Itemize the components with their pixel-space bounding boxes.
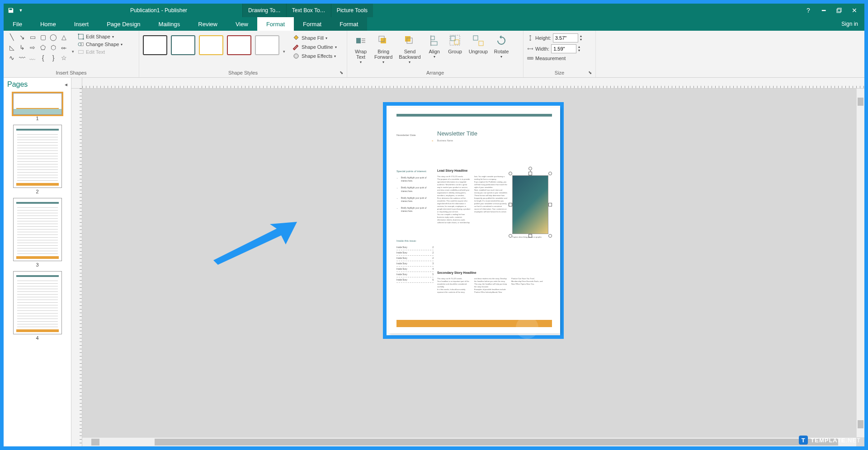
shape-scribble[interactable]: ﹏ <box>28 53 37 62</box>
restore-icon[interactable] <box>835 7 843 14</box>
shape-arrow-right[interactable]: ⇨ <box>28 43 37 52</box>
special-points-heading[interactable]: Special points of interest: <box>396 170 427 173</box>
lead-story-col1[interactable]: This story can fit 175-225 words. The pu… <box>437 175 471 224</box>
image-caption[interactable]: Caption describing picture or graphic. <box>512 236 548 238</box>
page-thumb-1[interactable]: 1 <box>8 93 66 121</box>
secondary-col3[interactable]: Product Can Save You Time!, Membership D… <box>511 277 545 286</box>
gallery-more-icon[interactable]: ▾ <box>72 49 74 54</box>
shape-connector[interactable]: ↳ <box>18 43 27 52</box>
style-swatch-5[interactable] <box>255 35 279 55</box>
secondary-headline[interactable]: Secondary Story Headline <box>437 271 476 274</box>
sign-in-link[interactable]: Sign in <box>841 17 864 31</box>
tab-format-textbox[interactable]: Format <box>294 17 330 31</box>
edit-shape-button[interactable]: Edit Shape ▾ <box>78 33 123 40</box>
tab-home[interactable]: Home <box>31 17 65 31</box>
shape-rtriangle[interactable]: ◺ <box>7 43 16 52</box>
shape-freeform[interactable]: ∿ <box>7 53 16 62</box>
style-swatch-1[interactable] <box>143 35 167 55</box>
measurement-button[interactable]: Measurement <box>527 55 582 61</box>
shape-brace2[interactable]: } <box>49 53 58 62</box>
wrap-text-button[interactable]: Wrap Text▾ <box>351 33 371 66</box>
align-button[interactable]: Align▾ <box>425 33 444 60</box>
shape-styles-launcher-icon[interactable]: ⬊ <box>340 70 346 76</box>
shape-roundrect[interactable]: ▢ <box>38 33 47 42</box>
change-shape-button[interactable]: Change Shape ▾ <box>78 41 123 47</box>
handle-tr[interactable] <box>548 172 552 175</box>
rotate-handle[interactable] <box>528 167 532 170</box>
tab-insert[interactable]: Insert <box>65 17 98 31</box>
newsletter-title[interactable]: Newsletter Title <box>437 130 477 137</box>
shape-effects-button[interactable]: Shape Effects ▾ <box>292 52 337 60</box>
style-swatch-4[interactable] <box>227 35 251 55</box>
close-icon[interactable]: ✕ <box>851 7 858 14</box>
business-name[interactable]: Business Name <box>437 139 453 142</box>
handle-bl[interactable] <box>509 234 512 238</box>
edit-text-button[interactable]: Edit Text <box>78 49 123 55</box>
horizontal-ruler[interactable] <box>82 78 864 89</box>
style-gallery[interactable] <box>143 33 279 55</box>
shape-fill-button[interactable]: Shape Fill ▾ <box>292 34 337 42</box>
secondary-col1[interactable]: This story can fit 75-125 words. Your he… <box>437 277 471 294</box>
shape-callout[interactable]: ⬰ <box>59 43 68 52</box>
collapse-pages-icon[interactable]: ◂ <box>65 81 67 88</box>
shape-rect[interactable]: ▭ <box>28 33 37 42</box>
shape-triangle[interactable]: △ <box>59 33 68 42</box>
tab-format-drawing[interactable]: Format <box>257 17 294 31</box>
tab-format-picture[interactable]: Format <box>330 17 367 31</box>
tab-mailings[interactable]: Mailings <box>150 17 189 31</box>
shape-star[interactable]: ☆ <box>59 53 68 62</box>
handle-mr[interactable] <box>548 203 552 206</box>
group-button[interactable]: Group <box>445 33 465 55</box>
vertical-ruler[interactable] <box>71 89 82 446</box>
lead-story-headline[interactable]: Lead Story Headline <box>437 169 467 172</box>
thumbnail-strip[interactable]: 1 2 3 4 <box>4 91 71 446</box>
inside-issue-heading[interactable]: Inside this issue: <box>396 239 416 242</box>
inside-issue-table[interactable]: Inside Story2 Inside Story2 Inside Story… <box>396 245 434 283</box>
shape-outline-button[interactable]: Shape Outline ▾ <box>292 43 337 51</box>
tab-page-design[interactable]: Page Design <box>98 17 149 31</box>
chevron-down-icon[interactable]: ▼ <box>17 7 24 14</box>
size-launcher-icon[interactable]: ⬊ <box>588 70 594 76</box>
minimize-icon[interactable]: ━ <box>820 7 827 14</box>
secondary-col2[interactable]: and draw readers into the story. Develop… <box>474 277 508 294</box>
style-gallery-more-icon[interactable]: ▾ <box>283 49 285 54</box>
shape-line[interactable]: ╲ <box>7 33 16 42</box>
width-input[interactable] <box>551 44 576 53</box>
save-icon[interactable] <box>7 7 14 14</box>
send-backward-button[interactable]: Send Backward▾ <box>396 33 423 66</box>
horizontal-scrollbar[interactable] <box>82 437 856 446</box>
width-spinner[interactable]: ▴▾ <box>578 45 580 52</box>
ungroup-icon <box>471 33 486 48</box>
publication-page[interactable]: Newsletter Date Newsletter Title » Busin… <box>388 108 560 333</box>
shape-arrow[interactable]: ↘ <box>18 33 27 42</box>
vertical-scrollbar[interactable] <box>856 89 864 437</box>
special-points-list[interactable]: Briefly highlight your point of interest… <box>398 176 431 217</box>
bring-forward-button[interactable]: Bring Forward▾ <box>372 33 395 66</box>
page-thumb-2[interactable]: 2 <box>8 125 66 194</box>
newsletter-date[interactable]: Newsletter Date <box>396 134 416 136</box>
style-swatch-3[interactable] <box>199 35 223 55</box>
handle-br[interactable] <box>548 234 552 238</box>
shape-hexagon[interactable]: ⬡ <box>49 43 58 52</box>
tab-review[interactable]: Review <box>189 17 226 31</box>
shape-curve[interactable]: 〰 <box>18 53 27 62</box>
tab-file[interactable]: File <box>4 17 31 31</box>
handle-ml[interactable] <box>509 203 512 206</box>
tab-view[interactable]: View <box>226 17 257 31</box>
shape-oval[interactable]: ◯ <box>49 33 58 42</box>
page-thumb-4[interactable]: 4 <box>8 271 66 341</box>
rotate-button[interactable]: Rotate▾ <box>491 33 511 60</box>
selected-image[interactable] <box>512 175 548 234</box>
help-icon[interactable]: ? <box>805 7 812 14</box>
height-spinner[interactable]: ▴▾ <box>580 34 582 42</box>
handle-tl[interactable] <box>509 172 512 175</box>
style-swatch-2[interactable] <box>171 35 195 55</box>
height-input[interactable] <box>553 33 578 42</box>
shape-brace[interactable]: { <box>38 53 47 62</box>
shapes-gallery[interactable]: ╲ ↘ ▭ ▢ ◯ △ ◺ ↳ ⇨ ⬠ ⬡ ⬰ ∿ 〰 ﹏ { } <box>7 33 68 62</box>
shape-pentagon[interactable]: ⬠ <box>38 43 47 52</box>
page-thumb-3[interactable]: 3 <box>8 198 66 267</box>
ungroup-button[interactable]: Ungroup <box>466 33 491 55</box>
lead-story-col2[interactable]: lists. You might consider purchasing a m… <box>474 175 508 213</box>
canvas-area[interactable]: Newsletter Date Newsletter Title » Busin… <box>82 89 864 446</box>
